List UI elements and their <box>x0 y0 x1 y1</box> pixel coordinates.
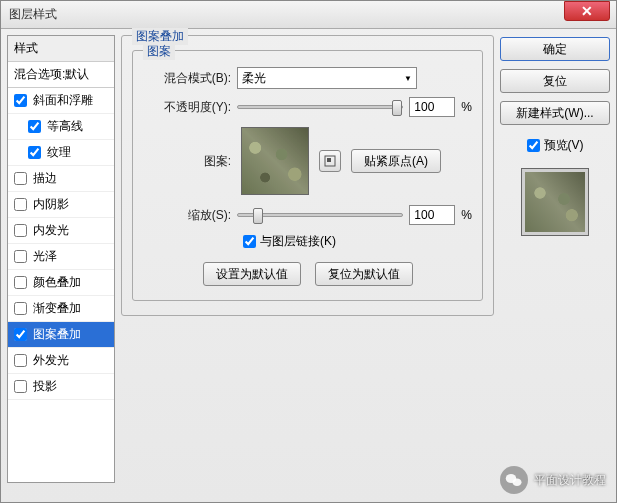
style-item-stroke[interactable]: 描边 <box>8 166 114 192</box>
checkbox-drop-shadow[interactable] <box>14 380 27 393</box>
dialog-content: 样式 混合选项:默认 斜面和浮雕 等高线 纹理 描边 内阴影 <box>1 29 616 489</box>
style-label: 投影 <box>33 378 57 395</box>
chevron-down-icon: ▼ <box>404 74 412 83</box>
checkbox-stroke[interactable] <box>14 172 27 185</box>
blending-options-default[interactable]: 混合选项:默认 <box>8 62 114 88</box>
preview-label: 预览(V) <box>544 137 584 154</box>
link-with-layer-row: 与图层链接(K) <box>243 233 472 250</box>
percent-label: % <box>461 208 472 222</box>
checkbox-contour[interactable] <box>28 120 41 133</box>
style-label: 光泽 <box>33 248 57 265</box>
pattern-swatch[interactable] <box>241 127 309 195</box>
scale-row: 缩放(S): 100 % <box>143 205 472 225</box>
pattern-label: 图案: <box>143 153 231 170</box>
checkbox-inner-shadow[interactable] <box>14 198 27 211</box>
style-item-color-overlay[interactable]: 颜色叠加 <box>8 270 114 296</box>
close-button[interactable]: ✕ <box>564 1 610 21</box>
percent-label: % <box>461 100 472 114</box>
new-preset-button[interactable] <box>319 150 341 172</box>
style-item-inner-glow[interactable]: 内发光 <box>8 218 114 244</box>
blend-mode-value: 柔光 <box>242 70 266 87</box>
opacity-label: 不透明度(Y): <box>143 99 231 116</box>
cancel-button[interactable]: 复位 <box>500 69 610 93</box>
style-label: 描边 <box>33 170 57 187</box>
layer-style-dialog: 图层样式 ✕ 样式 混合选项:默认 斜面和浮雕 等高线 纹理 描边 <box>0 0 617 503</box>
style-item-pattern-overlay[interactable]: 图案叠加 <box>8 322 114 348</box>
style-label: 内发光 <box>33 222 69 239</box>
checkbox-texture[interactable] <box>28 146 41 159</box>
style-label: 纹理 <box>47 144 71 161</box>
style-label: 外发光 <box>33 352 69 369</box>
inner-legend: 图案 <box>143 43 175 60</box>
scale-input[interactable]: 100 <box>409 205 455 225</box>
opacity-slider-thumb[interactable] <box>392 100 402 116</box>
scale-label: 缩放(S): <box>143 207 231 224</box>
checkbox-gradient-overlay[interactable] <box>14 302 27 315</box>
style-label: 内阴影 <box>33 196 69 213</box>
reset-default-button[interactable]: 复位为默认值 <box>315 262 413 286</box>
right-panel: 确定 复位 新建样式(W)... 预览(V) <box>500 35 610 483</box>
style-item-texture[interactable]: 纹理 <box>8 140 114 166</box>
style-label: 图案叠加 <box>33 326 81 343</box>
link-with-layer-label: 与图层链接(K) <box>260 233 336 250</box>
style-item-drop-shadow[interactable]: 投影 <box>8 374 114 400</box>
opacity-row: 不透明度(Y): 100 % <box>143 97 472 117</box>
preview-checkbox[interactable] <box>527 139 540 152</box>
styles-header: 样式 <box>8 36 114 62</box>
close-icon: ✕ <box>581 3 593 19</box>
blend-mode-combo[interactable]: 柔光 ▼ <box>237 67 417 89</box>
pattern-overlay-group: 图案叠加 图案 混合模式(B): 柔光 ▼ 不透明度(Y): <box>121 35 494 316</box>
svg-rect-1 <box>327 158 331 162</box>
default-buttons: 设置为默认值 复位为默认值 <box>143 262 472 286</box>
new-style-button[interactable]: 新建样式(W)... <box>500 101 610 125</box>
checkbox-pattern-overlay[interactable] <box>14 328 27 341</box>
ok-button[interactable]: 确定 <box>500 37 610 61</box>
link-with-layer-checkbox[interactable] <box>243 235 256 248</box>
style-item-contour[interactable]: 等高线 <box>8 114 114 140</box>
styles-list: 样式 混合选项:默认 斜面和浮雕 等高线 纹理 描边 内阴影 <box>7 35 115 483</box>
pattern-row: 图案: 贴紧原点(A) <box>143 127 472 195</box>
scale-slider-thumb[interactable] <box>253 208 263 224</box>
checkbox-color-overlay[interactable] <box>14 276 27 289</box>
checkbox-satin[interactable] <box>14 250 27 263</box>
blend-mode-row: 混合模式(B): 柔光 ▼ <box>143 67 472 89</box>
settings-panel: 图案叠加 图案 混合模式(B): 柔光 ▼ 不透明度(Y): <box>121 35 494 483</box>
new-preset-icon <box>324 155 336 167</box>
checkbox-bevel-emboss[interactable] <box>14 94 27 107</box>
style-item-gradient-overlay[interactable]: 渐变叠加 <box>8 296 114 322</box>
scale-slider[interactable] <box>237 213 403 217</box>
preview-row: 预览(V) <box>500 137 610 154</box>
checkbox-inner-glow[interactable] <box>14 224 27 237</box>
make-default-button[interactable]: 设置为默认值 <box>203 262 301 286</box>
style-item-bevel-emboss[interactable]: 斜面和浮雕 <box>8 88 114 114</box>
opacity-slider[interactable] <box>237 105 403 109</box>
window-title: 图层样式 <box>9 6 57 23</box>
style-item-inner-shadow[interactable]: 内阴影 <box>8 192 114 218</box>
style-label: 斜面和浮雕 <box>33 92 93 109</box>
blend-mode-label: 混合模式(B): <box>143 70 231 87</box>
checkbox-outer-glow[interactable] <box>14 354 27 367</box>
preview-swatch <box>521 168 589 236</box>
opacity-input[interactable]: 100 <box>409 97 455 117</box>
pattern-group: 图案 混合模式(B): 柔光 ▼ 不透明度(Y): 100 <box>132 50 483 301</box>
style-label: 等高线 <box>47 118 83 135</box>
style-label: 渐变叠加 <box>33 300 81 317</box>
style-item-satin[interactable]: 光泽 <box>8 244 114 270</box>
titlebar: 图层样式 ✕ <box>1 1 616 29</box>
style-label: 颜色叠加 <box>33 274 81 291</box>
snap-origin-button[interactable]: 贴紧原点(A) <box>351 149 441 173</box>
style-item-outer-glow[interactable]: 外发光 <box>8 348 114 374</box>
